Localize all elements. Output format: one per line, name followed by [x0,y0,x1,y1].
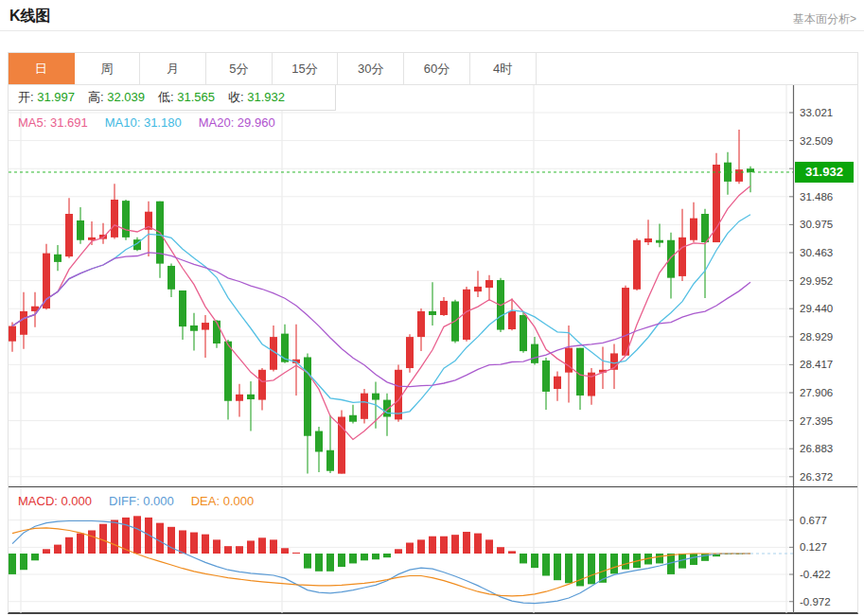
legend-item: DIFF: 0.000 [109,494,174,508]
ma-legend: MA5: 31.691MA10: 31.180MA20: 29.960 [18,113,292,132]
price-axis-label: 28.417 [800,359,833,370]
kline-main-panel: 33.02132.50931.99831.48630.97530.46329.9… [9,85,857,486]
ohlc-legend: 开: 31.997高: 32.039低: 31.565收: 31.932 [9,85,336,111]
price-axis-label: 30.463 [800,247,833,258]
tab-4[interactable]: 15分 [273,53,339,84]
price-axis-label: 29.952 [800,275,833,287]
price-axis-label: 26.883 [800,443,833,454]
macd-panel: 0.6770.127-0.422-0.972 MACD: 0.000DIFF: … [9,486,857,613]
macd-axis-label: 0.677 [800,515,827,526]
svg-text:31.932: 31.932 [805,165,843,179]
price-axis-label: 28.929 [800,331,833,343]
price-axis-label: 31.486 [800,191,833,202]
tab-1[interactable]: 周 [75,53,141,84]
tab-5[interactable]: 30分 [338,53,404,84]
kline-chart[interactable]: 33.02132.50931.99831.48630.97530.46329.9… [9,85,857,486]
tab-3[interactable]: 5分 [206,53,273,84]
tab-7[interactable]: 4时 [470,53,537,84]
price-axis-label: 33.021 [800,107,833,118]
legend-item: MACD: 0.000 [18,494,92,508]
interval-tab-bar: 日周月5分15分30分60分4时 [9,53,857,85]
price-axis-label: 32.509 [800,135,833,147]
macd-axis-label: -0.972 [800,596,831,607]
chart-container: 日周月5分15分30分60分4时 33.02132.50931.99831.48… [8,52,858,614]
tab-6[interactable]: 60分 [404,53,470,84]
legend-item: 高: 32.039 [88,89,145,106]
kline-page: K线图 基本面分析> 日周月5分15分30分60分4时 33.02132.509… [0,0,864,616]
legend-item: 收: 31.932 [228,89,285,106]
price-axis-label: 27.395 [800,415,833,427]
legend-item: MA5: 31.691 [18,115,88,130]
tab-2[interactable]: 月 [140,53,206,84]
candles-group [9,130,754,474]
macd-histogram [9,516,743,586]
page-header: K线图 基本面分析> [0,0,864,31]
price-axis-label: 26.372 [800,471,833,483]
macd-axis-label: 0.127 [800,541,827,553]
legend-item: 开: 31.997 [18,89,75,106]
current-price-tag: 31.932 [795,162,854,183]
fundamental-analysis-link[interactable]: 基本面分析> [793,11,856,27]
page-title: K线图 [9,7,51,26]
price-axis-label: 29.440 [800,303,833,314]
price-axis-label: 30.975 [800,219,833,230]
tab-0[interactable]: 日 [9,53,75,84]
macd-axis-label: -0.422 [800,569,831,580]
legend-item: 低: 31.565 [158,89,215,106]
macd-legend: MACD: 0.000DIFF: 0.000DEA: 0.000 [18,492,271,509]
legend-item: MA10: 31.180 [105,115,182,130]
price-axis-label: 27.906 [800,387,833,398]
legend-item: MA20: 29.960 [199,115,275,130]
legend-item: DEA: 0.000 [191,494,255,508]
